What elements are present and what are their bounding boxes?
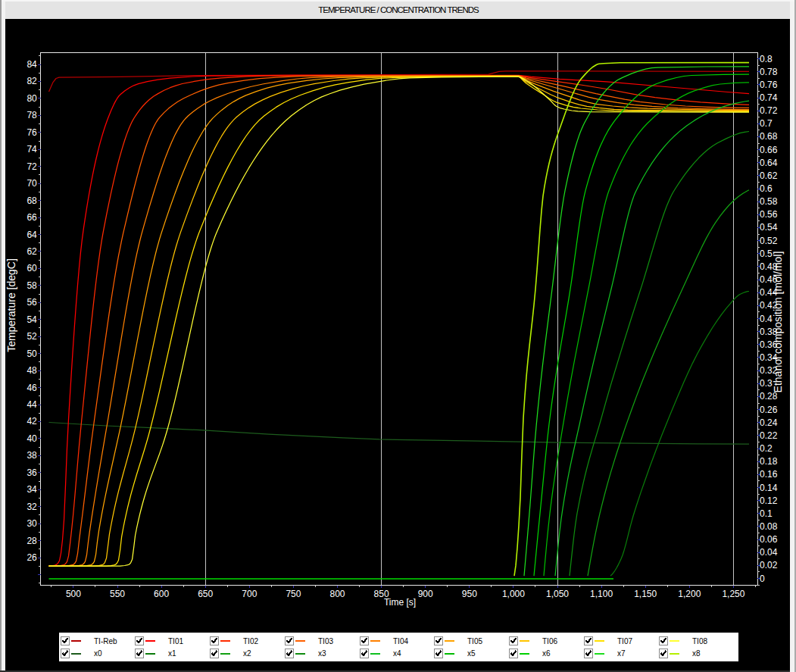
svg-text:84: 84 xyxy=(27,59,37,70)
svg-text:1,100: 1,100 xyxy=(590,589,613,599)
svg-text:76: 76 xyxy=(27,127,37,138)
svg-text:0.4: 0.4 xyxy=(760,314,773,324)
svg-text:0.12: 0.12 xyxy=(760,495,778,506)
svg-text:0.14: 0.14 xyxy=(760,483,778,493)
svg-text:TI02: TI02 xyxy=(243,637,258,645)
svg-text:0.78: 0.78 xyxy=(760,67,778,77)
svg-text:x7: x7 xyxy=(617,649,626,658)
svg-text:TEMPERATURE / CONCENTRATION TR: TEMPERATURE / CONCENTRATION TRENDS xyxy=(318,5,479,14)
svg-text:0.26: 0.26 xyxy=(760,405,778,415)
svg-text:x1: x1 xyxy=(168,649,176,658)
svg-text:0.74: 0.74 xyxy=(760,92,778,103)
svg-text:Temperature [degC]: Temperature [degC] xyxy=(5,258,17,352)
svg-text:0.7: 0.7 xyxy=(760,118,773,129)
svg-text:0.72: 0.72 xyxy=(760,105,778,116)
svg-text:TI06: TI06 xyxy=(542,637,557,645)
svg-text:0.56: 0.56 xyxy=(760,209,778,220)
svg-text:38: 38 xyxy=(27,450,37,461)
svg-text:0.2: 0.2 xyxy=(760,443,773,454)
svg-text:Ethanol composition [mol/mol]: Ethanol composition [mol/mol] xyxy=(772,252,784,393)
svg-text:900: 900 xyxy=(418,589,433,599)
svg-text:34: 34 xyxy=(27,484,37,495)
svg-text:66: 66 xyxy=(27,212,37,223)
svg-text:78: 78 xyxy=(27,110,37,120)
svg-text:82: 82 xyxy=(27,76,37,86)
svg-text:32: 32 xyxy=(27,502,37,512)
svg-text:TI07: TI07 xyxy=(617,637,632,645)
svg-text:1,150: 1,150 xyxy=(634,589,657,599)
svg-text:0.06: 0.06 xyxy=(760,534,778,545)
svg-text:0.16: 0.16 xyxy=(760,469,778,480)
svg-text:500: 500 xyxy=(66,589,81,599)
svg-text:x2: x2 xyxy=(243,649,251,658)
svg-text:60: 60 xyxy=(27,263,37,273)
svg-text:550: 550 xyxy=(110,589,125,599)
svg-text:0.66: 0.66 xyxy=(760,145,778,155)
svg-text:50: 50 xyxy=(27,349,37,359)
svg-text:1,000: 1,000 xyxy=(502,589,525,599)
svg-text:TI03: TI03 xyxy=(318,637,333,645)
svg-text:950: 950 xyxy=(462,589,477,599)
svg-text:0.08: 0.08 xyxy=(760,521,778,532)
svg-text:0.1: 0.1 xyxy=(760,508,773,519)
svg-text:56: 56 xyxy=(27,297,37,308)
svg-text:0.6: 0.6 xyxy=(760,183,773,194)
svg-text:0.22: 0.22 xyxy=(760,430,778,441)
svg-text:0: 0 xyxy=(760,574,765,584)
svg-text:1,050: 1,050 xyxy=(546,589,569,599)
svg-text:0.76: 0.76 xyxy=(760,80,778,90)
svg-text:72: 72 xyxy=(27,161,37,172)
svg-text:0.8: 0.8 xyxy=(760,54,773,64)
svg-text:30: 30 xyxy=(27,518,37,529)
svg-text:700: 700 xyxy=(242,589,257,599)
svg-text:28: 28 xyxy=(27,536,37,546)
svg-text:x6: x6 xyxy=(542,649,551,658)
svg-text:48: 48 xyxy=(27,365,37,376)
svg-text:40: 40 xyxy=(27,433,37,444)
svg-text:0.64: 0.64 xyxy=(760,158,778,168)
svg-text:TI08: TI08 xyxy=(692,637,707,645)
svg-text:TI04: TI04 xyxy=(393,637,408,645)
svg-text:0.24: 0.24 xyxy=(760,417,778,428)
svg-text:750: 750 xyxy=(286,589,301,599)
svg-text:62: 62 xyxy=(27,246,37,257)
svg-text:0.04: 0.04 xyxy=(760,547,778,558)
svg-text:1,250: 1,250 xyxy=(722,589,744,599)
svg-text:Time [s]: Time [s] xyxy=(384,597,416,608)
svg-text:70: 70 xyxy=(27,178,37,189)
svg-text:0.3: 0.3 xyxy=(760,378,773,389)
svg-text:TI05: TI05 xyxy=(467,637,482,645)
svg-text:54: 54 xyxy=(27,314,37,325)
svg-text:0.5: 0.5 xyxy=(760,248,773,259)
svg-text:46: 46 xyxy=(27,383,37,393)
svg-text:x0: x0 xyxy=(94,649,102,658)
svg-text:0.52: 0.52 xyxy=(760,236,778,246)
svg-text:68: 68 xyxy=(27,195,37,206)
svg-text:TI-Reb: TI-Reb xyxy=(94,637,117,645)
svg-text:26: 26 xyxy=(27,552,37,563)
svg-text:80: 80 xyxy=(27,93,37,104)
svg-text:64: 64 xyxy=(27,230,37,240)
svg-text:600: 600 xyxy=(154,589,169,599)
svg-text:58: 58 xyxy=(27,280,37,291)
svg-text:x8: x8 xyxy=(692,649,701,658)
svg-text:0.58: 0.58 xyxy=(760,196,778,207)
svg-text:52: 52 xyxy=(27,331,37,342)
svg-text:74: 74 xyxy=(27,144,37,155)
svg-text:800: 800 xyxy=(329,589,345,599)
svg-text:650: 650 xyxy=(198,589,213,599)
svg-text:x3: x3 xyxy=(318,649,326,658)
svg-text:0.62: 0.62 xyxy=(760,170,778,181)
svg-text:x4: x4 xyxy=(393,649,401,658)
svg-text:42: 42 xyxy=(27,416,37,427)
svg-text:x5: x5 xyxy=(467,649,476,658)
svg-text:1,200: 1,200 xyxy=(678,589,701,599)
svg-text:36: 36 xyxy=(27,467,37,478)
svg-text:TI01: TI01 xyxy=(168,637,183,645)
svg-text:0.18: 0.18 xyxy=(760,456,778,467)
svg-text:0.02: 0.02 xyxy=(760,560,778,570)
svg-text:44: 44 xyxy=(27,399,37,410)
svg-text:0.68: 0.68 xyxy=(760,131,778,142)
svg-text:0.54: 0.54 xyxy=(760,222,778,233)
